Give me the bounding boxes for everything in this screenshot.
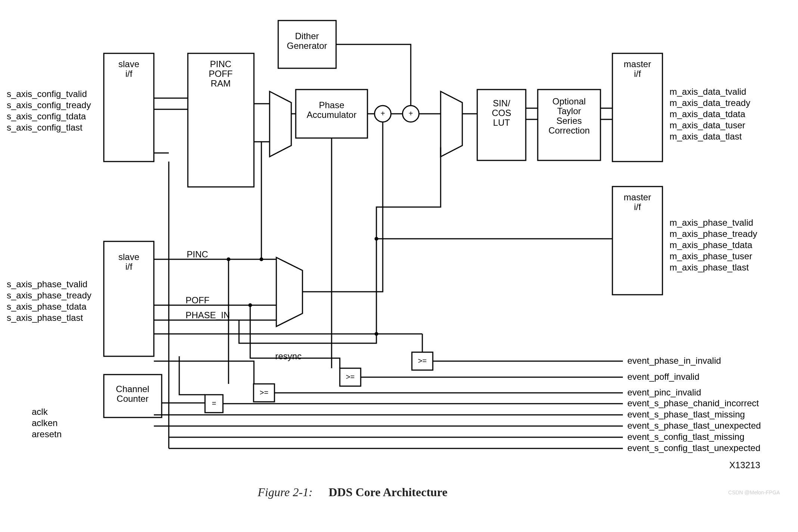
label-slave-phase-1: slave	[118, 252, 139, 262]
wire-slavephase-eq	[179, 356, 205, 395]
cmp-eq-op: =	[212, 399, 216, 407]
wire-phase-in-down	[239, 320, 376, 343]
dot-pinc	[227, 257, 230, 261]
label-taylor-3: Series	[556, 116, 582, 126]
label-sincos-2: COS	[492, 108, 511, 118]
figure-ref: X13213	[729, 460, 760, 470]
label-master-data-2: i/f	[634, 69, 641, 79]
label-pram-1: PINC	[210, 59, 231, 69]
sig-data-1: m_axis_data_tready	[670, 98, 750, 108]
sig-ev-7: event_s_config_tlast_unexpected	[627, 443, 760, 453]
label-chcnt-2: Counter	[117, 394, 148, 404]
label-slave-config-2: i/f	[125, 69, 133, 79]
adder-2-plus: +	[409, 109, 413, 118]
dot-master-phase	[375, 237, 378, 241]
dot-phase-in	[375, 332, 378, 336]
label-pacc-1: Phase	[319, 100, 344, 110]
label-taylor-2: Taylor	[557, 106, 581, 116]
label-taylor-1: Optional	[552, 96, 586, 106]
sig-ev-4: event_s_phase_tlast_missing	[627, 409, 745, 419]
label-master-data-1: master	[624, 59, 651, 69]
mux-1	[270, 91, 291, 157]
sig-clk-0: aclk	[32, 407, 48, 417]
label-master-phase-1: master	[624, 192, 651, 202]
sig-data-0: m_axis_data_tvalid	[670, 87, 746, 97]
sig-phase-2: s_axis_phase_tdata	[7, 301, 87, 312]
sig-pout-3: m_axis_phase_tuser	[670, 251, 752, 261]
sig-ev-3: event_s_phase_chanid_incorrect	[627, 398, 759, 408]
figure-caption-title: DDS Core Architecture	[329, 485, 447, 499]
sig-ev-5: event_s_phase_tlast_unexpected	[627, 420, 761, 431]
wirelabel-poff: POFF	[186, 295, 209, 305]
label-sincos-3: LUT	[493, 118, 510, 128]
sig-phase-0: s_axis_phase_tvalid	[7, 279, 87, 289]
sig-phase-3: s_axis_phase_tlast	[7, 313, 83, 323]
sig-config-3: s_axis_config_tlast	[7, 122, 83, 132]
sig-phase-1: s_axis_phase_tready	[7, 290, 91, 300]
dot-pinc-2	[260, 257, 263, 261]
label-sincos-1: SIN/	[493, 98, 510, 108]
label-pram-2: POFF	[209, 69, 233, 79]
figure-caption-lead: Figure 2-1:	[257, 485, 313, 499]
label-chcnt-1: Channel	[116, 384, 149, 394]
sig-clk-2: aresetn	[32, 429, 62, 439]
sig-pout-0: m_axis_phase_tvalid	[670, 218, 753, 228]
cmp-phasein-op: >=	[418, 357, 426, 365]
cmp-pinc-op: >=	[260, 388, 268, 397]
label-pacc-2: Accumulator	[307, 110, 356, 120]
watermark: CSDN @Melon-FPGA	[728, 489, 780, 495]
mux-2	[441, 91, 462, 157]
sig-ev-6: event_s_config_tlast_missing	[627, 432, 745, 442]
label-slave-config-1: slave	[118, 59, 139, 69]
dot-poff	[248, 303, 252, 307]
adder-1-plus: +	[381, 109, 385, 118]
wirelabel-resync: resync	[275, 351, 302, 361]
mux-3	[276, 257, 302, 326]
label-dither-2: Generator	[287, 41, 327, 51]
sig-data-4: m_axis_data_tlast	[670, 131, 742, 141]
wirelabel-pinc: PINC	[187, 249, 208, 259]
sig-pout-1: m_axis_phase_tready	[670, 229, 757, 239]
wire-mux3-to-add1	[302, 122, 383, 292]
sig-data-2: m_axis_data_tdata	[670, 109, 745, 119]
wire-pinc-up-to-mux1	[261, 142, 270, 259]
cmp-poff-op: >=	[346, 373, 354, 381]
label-master-phase-2: i/f	[634, 202, 641, 212]
sig-pout-2: m_axis_phase_tdata	[670, 240, 752, 250]
sig-config-0: s_axis_config_tvalid	[7, 89, 87, 99]
label-taylor-4: Correction	[549, 125, 590, 135]
sig-config-1: s_axis_config_tready	[7, 100, 91, 110]
sig-data-3: m_axis_data_tuser	[670, 120, 745, 130]
label-dither-1: Dither	[295, 31, 319, 41]
label-slave-phase-2: i/f	[125, 262, 133, 272]
dds-architecture-diagram: slave i/f PINC POFF RAM Dither Generator…	[0, 0, 798, 532]
sig-config-2: s_axis_config_tdata	[7, 111, 86, 121]
sig-ev-0: event_phase_in_invalid	[627, 356, 721, 366]
sig-ev-1: event_poff_invalid	[627, 372, 699, 382]
sig-clk-1: aclken	[32, 418, 58, 428]
label-pram-3: RAM	[211, 78, 230, 88]
sig-pout-4: m_axis_phase_tlast	[670, 262, 749, 272]
sig-ev-2: event_pinc_invalid	[627, 387, 701, 397]
wirelabel-phase-in: PHASE_IN	[186, 310, 230, 320]
